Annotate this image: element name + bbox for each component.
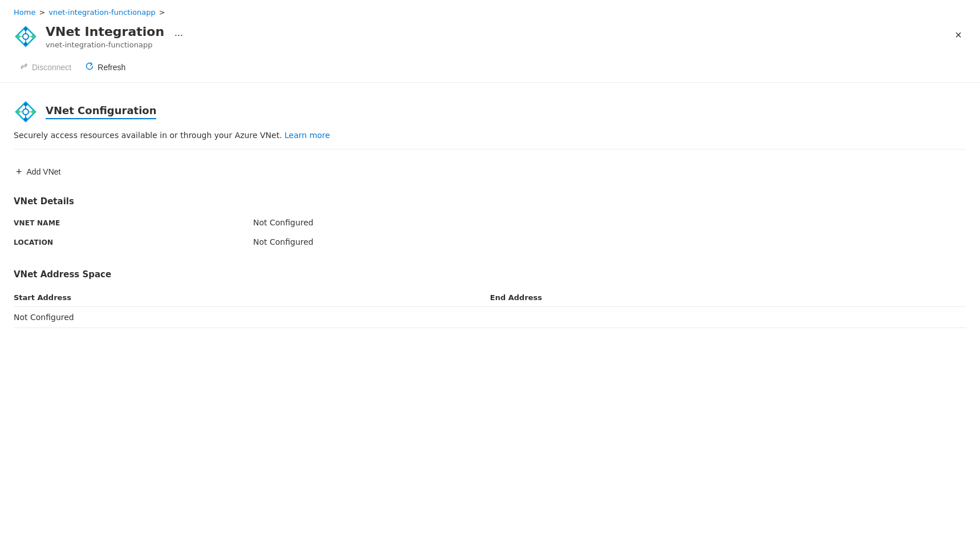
disconnect-icon [19, 62, 29, 73]
vnet-location-value: Not Configured [253, 237, 314, 246]
address-space-section: VNet Address Space Start Address End Add… [14, 269, 966, 328]
toolbar: Disconnect Refresh [0, 55, 980, 83]
svg-point-1 [23, 34, 29, 39]
vnet-integration-icon [14, 25, 38, 48]
svg-point-4 [17, 35, 20, 38]
svg-point-3 [24, 42, 27, 46]
disconnect-button[interactable]: Disconnect [14, 58, 77, 76]
breadcrumb-home[interactable]: Home [14, 8, 35, 17]
refresh-label: Refresh [97, 63, 125, 72]
vnet-location-row: LOCATION Not Configured [14, 237, 966, 246]
svg-point-13 [24, 103, 27, 106]
vnet-name-value: Not Configured [253, 218, 314, 227]
section-description: Securely access resources available in o… [14, 131, 966, 149]
svg-point-5 [31, 35, 35, 38]
svg-line-10 [23, 66, 25, 67]
start-address-value: Not Configured [14, 307, 490, 328]
close-button[interactable]: × [950, 27, 966, 43]
main-content: VNet Configuration Securely access resou… [0, 83, 980, 342]
svg-point-2 [24, 27, 27, 31]
svg-point-16 [31, 110, 35, 114]
start-address-header: Start Address [14, 289, 490, 307]
add-vnet-label: Add VNet [27, 167, 61, 176]
page-header: VNet Integration vnet-integration-functi… [0, 21, 980, 55]
plus-icon: + [16, 167, 22, 177]
vnet-config-icon [14, 100, 38, 124]
page-title: VNet Integration [46, 25, 164, 39]
address-table-header: Start Address End Address [14, 289, 966, 307]
section-title: VNet Configuration [46, 104, 156, 119]
header-text: VNet Integration vnet-integration-functi… [46, 25, 164, 49]
table-row: Not Configured [14, 307, 966, 328]
more-options-button[interactable]: ··· [170, 27, 188, 43]
refresh-icon [85, 62, 94, 73]
svg-point-15 [17, 110, 20, 114]
address-space-title: VNet Address Space [14, 269, 966, 280]
vnet-location-label: LOCATION [14, 238, 253, 246]
disconnect-label: Disconnect [32, 63, 71, 72]
svg-point-14 [24, 118, 27, 121]
address-table: Start Address End Address Not Configured [14, 289, 966, 328]
end-address-value [490, 307, 967, 328]
vnet-details-title: VNet Details [14, 196, 966, 207]
end-address-header: End Address [490, 289, 967, 307]
breadcrumb: Home > vnet-integration-functionapp > [0, 0, 980, 21]
breadcrumb-sep1: > [39, 8, 45, 17]
svg-point-12 [23, 109, 29, 115]
vnet-name-label: VNet NAME [14, 219, 253, 227]
breadcrumb-app[interactable]: vnet-integration-functionapp [48, 8, 155, 17]
section-title-row: VNet Configuration [14, 100, 966, 124]
learn-more-link[interactable]: Learn more [284, 131, 330, 140]
description-text: Securely access resources available in o… [14, 131, 282, 140]
page-subtitle: vnet-integration-functionapp [46, 41, 164, 49]
vnet-name-row: VNet NAME Not Configured [14, 218, 966, 227]
breadcrumb-sep2: > [159, 8, 165, 17]
refresh-button[interactable]: Refresh [79, 58, 131, 76]
add-vnet-button[interactable]: + Add VNet [14, 163, 63, 180]
